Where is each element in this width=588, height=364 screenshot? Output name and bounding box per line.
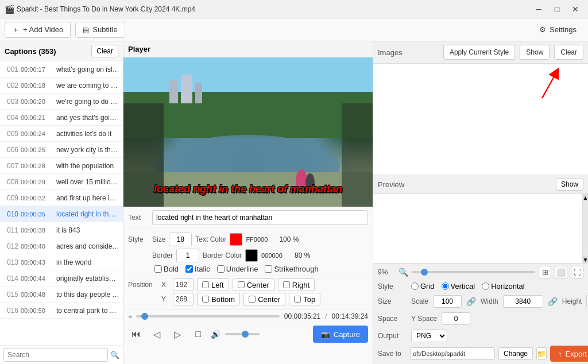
images-tab[interactable]: Images [378,48,403,57]
caption-row[interactable]: 006 00:00:25 new york city is the larg [0,142,123,158]
grid-radio[interactable] [411,282,419,290]
zoom-right-icons: ⊞ ⬜ ⛶ [539,266,583,278]
caption-row[interactable]: 003 00:00:20 we're going to do with t [0,94,123,110]
bottom-checkbox[interactable] [202,296,209,303]
border-input[interactable] [176,249,199,262]
captions-clear-button[interactable]: Clear [91,45,118,57]
output-select[interactable]: PNG JPG WebP [411,330,447,342]
caption-row[interactable]: 016 00:00:50 to central park to escape [0,303,123,319]
scroll-down-button[interactable]: ▼ [583,256,588,263]
left-checkbox[interactable] [202,281,209,288]
captions-list[interactable]: 001 00:00:17 what's going on island h 00… [0,61,123,345]
scale-input[interactable] [433,295,462,308]
export-button[interactable]: ↑ Export [550,346,588,362]
change-path-button[interactable]: Change [498,347,533,360]
vertical-radio-item[interactable]: Vertical [442,282,475,291]
grid-radio-item[interactable]: Grid [411,282,435,291]
italic-checkbox[interactable] [185,265,193,273]
search-input[interactable] [3,348,108,362]
capture-button[interactable]: 📷 Capture [313,326,368,343]
caption-row[interactable]: 008 00:00:29 well over 15 million in th [0,174,123,190]
show-button[interactable]: Show [520,45,550,60]
italic-checkbox-item[interactable]: Italic [185,265,210,273]
timeline-slider[interactable] [136,315,280,317]
preview-show-button[interactable]: Show [556,178,583,191]
caption-time: 00:00:21 [21,114,54,121]
caption-row[interactable]: 015 00:00:48 to this day people come [0,286,123,303]
bold-checkbox[interactable] [154,265,162,273]
step-back-button[interactable]: ◁ [149,326,165,342]
left-label: Left [211,281,224,289]
caption-row[interactable]: 012 00:00:40 acres and considered on [0,238,123,254]
subtitle-button[interactable]: ▤ Subtitle [75,22,125,38]
caption-row[interactable]: 004 00:00:21 and yes that's going to i [0,110,123,126]
y-input[interactable] [173,293,194,305]
caption-number: 004 [3,114,18,122]
underline-checkbox[interactable] [217,265,225,273]
svg-rect-8 [169,80,178,103]
caption-row[interactable]: 011 00:00:38 it is 843 [0,222,123,238]
center2-align-btn[interactable]: Center [243,293,285,305]
strikethrough-checkbox-item[interactable]: Strikethrough [265,265,318,273]
caption-row[interactable]: 007 00:00:28 with the population [0,158,123,174]
stop-button[interactable]: □ [190,326,206,342]
width-link-icon[interactable]: 🔗 [548,297,558,306]
caption-row[interactable]: 001 00:00:17 what's going on island h [0,61,123,78]
y-space-input[interactable] [442,312,470,325]
settings-button[interactable]: ⚙ Settings [532,22,583,38]
caption-row[interactable]: 005 00:00:24 activities let's do it [0,126,123,142]
scroll-thumb[interactable] [583,201,588,256]
caption-row[interactable]: 009 00:00:32 and first up here is centr [0,190,123,206]
apply-style-button[interactable]: Apply Current Style [443,45,515,60]
folder-button[interactable]: 📁 [536,347,547,360]
right-align-btn[interactable]: Right [278,278,315,291]
skip-back-button[interactable]: ⏮ [128,326,144,342]
minimize-button[interactable]: ─ [531,3,547,16]
captions-panel: Captions (353) Clear 001 00:00:17 what's… [0,41,123,364]
border-color-swatch[interactable] [245,249,258,262]
zoom-fullscreen-button[interactable]: ⛶ [571,266,583,278]
vertical-radio[interactable] [442,282,449,290]
bottom-label: Bottom [211,295,235,304]
preview-section: Preview Show ▲ ▼ [373,175,588,263]
right-checkbox[interactable] [283,281,290,288]
strikethrough-checkbox[interactable] [265,265,272,273]
top-checkbox[interactable] [294,296,301,303]
zoom-out-icon[interactable]: 🔍 [399,268,408,277]
maximize-button[interactable]: □ [549,3,565,16]
scroll-up-button[interactable]: ▲ [583,194,588,201]
caption-row[interactable]: 013 00:00:43 in the world [0,254,123,270]
underline-checkbox-item[interactable]: Underline [217,265,258,273]
width-input[interactable] [503,295,543,308]
close-button[interactable]: ✕ [567,3,583,16]
play-button[interactable]: ▷ [169,326,185,342]
zoom-fit-button[interactable]: ⊞ [539,266,551,278]
add-video-button[interactable]: ＋ + Add Video [5,22,71,38]
center-align-btn[interactable]: Center [233,278,274,291]
caption-row[interactable]: 014 00:00:44 originally established for [0,270,123,286]
bold-checkbox-item[interactable]: Bold [154,265,179,273]
top-align-btn[interactable]: Top [289,293,320,305]
text-color-swatch[interactable] [230,233,242,246]
text-input[interactable] [152,210,368,225]
bottom-align-btn[interactable]: Bottom [197,293,240,305]
x-input[interactable] [173,278,194,291]
position-row-1: Position X Left Center Right [128,278,368,291]
horizontal-radio[interactable] [482,282,489,290]
caption-number: 008 [3,178,18,186]
style-radio-group: Grid Vertical Horizontal [411,282,525,291]
caption-row[interactable]: 010 00:00:35 located right in the heart [0,206,123,222]
horizontal-radio-item[interactable]: Horizontal [482,282,525,291]
zoom-reset-button[interactable]: ⬜ [555,266,567,278]
center-checkbox[interactable] [238,281,245,288]
zoom-slider[interactable] [412,271,535,273]
style-prop-label: Style [378,282,407,291]
save-path-input[interactable] [410,347,495,360]
scale-link-icon[interactable]: 🔗 [466,297,476,306]
size-input[interactable] [169,233,192,246]
caption-row[interactable]: 002 00:00:18 we are coming to you \N [0,78,123,94]
volume-slider[interactable] [225,333,260,335]
clear-images-button[interactable]: Clear [554,45,583,60]
left-align-btn[interactable]: Left [197,278,229,291]
center2-checkbox[interactable] [249,296,256,303]
